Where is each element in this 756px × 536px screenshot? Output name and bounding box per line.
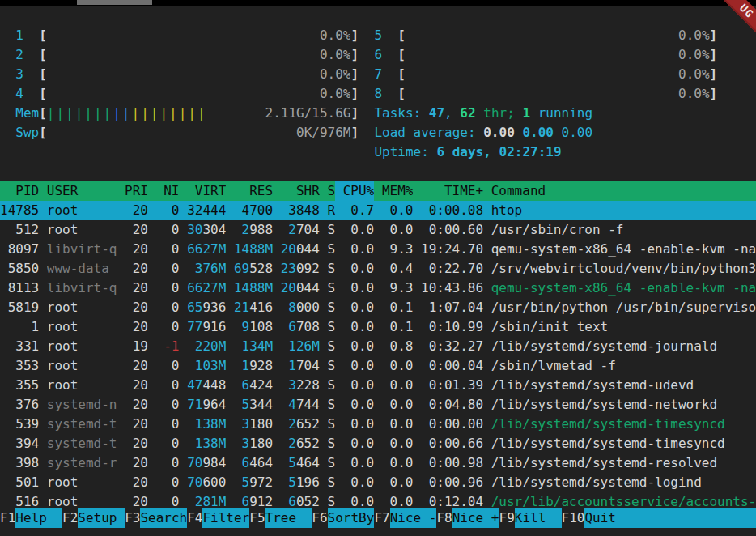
- process-row[interactable]: 353root200103M19281704S0.00.00:00.04/sbi…: [0, 356, 756, 376]
- cell-pid: 331: [0, 337, 39, 356]
- text-segment: Tasks:: [374, 105, 428, 121]
- meter-row: Swp[0K/976M]Load average: 0.00 0.00 0.00: [0, 123, 756, 143]
- text-segment: 398: [15, 455, 39, 470]
- cell-res: 1488M: [234, 240, 273, 259]
- fkey-f1[interactable]: F1Help: [0, 508, 62, 528]
- text-segment: 1:07.04: [429, 300, 483, 315]
- fkey-f9[interactable]: F9Kill: [499, 508, 562, 528]
- meter-close-bracket: ]: [710, 65, 718, 84]
- column-header-res[interactable]: RES: [234, 181, 273, 201]
- process-row[interactable]: 5850www-data200376M6952823092S0.00.40:22…: [0, 259, 756, 279]
- column-header-ni[interactable]: NI: [156, 181, 180, 201]
- text-segment: 0:00.98: [429, 455, 483, 470]
- text-segment: 0.0: [390, 358, 414, 373]
- fkey-f7[interactable]: F7Nice -: [374, 508, 436, 528]
- cell-time: 1:07.04: [421, 298, 483, 317]
- text-segment: S: [327, 261, 335, 276]
- cell-pri: 20: [125, 415, 148, 434]
- cell-user: libvirt-q: [47, 240, 117, 259]
- process-row[interactable]: 5819root20065936214168000S0.00.11:07.04/…: [0, 298, 756, 317]
- cell-cpu: 0.0: [343, 240, 375, 259]
- process-row[interactable]: 501root2007060059725196S0.00.00:00.96/li…: [0, 473, 756, 492]
- column-header-command[interactable]: Command: [491, 181, 756, 201]
- process-row[interactable]: 394systemd-t200138M31802652S0.00.00:00.6…: [0, 434, 756, 453]
- column-header-virt[interactable]: VIRT: [187, 181, 226, 201]
- process-row[interactable]: 539systemd-t200138M31802652S0.00.00:00.0…: [0, 415, 756, 434]
- process-row[interactable]: 14785root2003244447003848R0.70.00:00.08h…: [0, 201, 756, 220]
- fkey-f2[interactable]: F2Setup: [62, 508, 125, 528]
- text-segment: 355: [15, 377, 39, 393]
- text-segment: 3: [242, 436, 250, 451]
- column-header-s[interactable]: S: [327, 181, 335, 201]
- text-segment: S: [327, 455, 335, 470]
- cell-virt: 77916: [187, 317, 226, 337]
- cell-s: S: [327, 317, 335, 337]
- column-header-pri[interactable]: PRI: [125, 181, 148, 201]
- fkey-f4[interactable]: F4Filter: [187, 508, 249, 528]
- meter-close-bracket: ]: [710, 26, 718, 45]
- text-segment: /usr/bin/python /usr/bin/superviso: [491, 300, 756, 315]
- cell-time: 10:43.86: [421, 279, 483, 298]
- process-row[interactable]: 8097libvirt-q2006627M1488M20044S0.09.319…: [0, 240, 756, 259]
- cpu-meter-8: 8[0.0%]: [374, 84, 717, 104]
- fkey-f3[interactable]: F3Search: [125, 508, 187, 528]
- text-segment: 14785: [0, 202, 39, 218]
- cell-mem: 0.0: [382, 434, 414, 453]
- meter-open-bracket: [: [39, 45, 47, 65]
- cell-user: root: [47, 220, 117, 240]
- cell-mem: 0.0: [382, 453, 414, 473]
- cell-virt: 47448: [187, 376, 226, 395]
- text-segment: www-data: [47, 261, 109, 276]
- process-row[interactable]: 398systemd-r2007098464645464S0.00.00:00.…: [0, 453, 756, 473]
- text-segment: 47: [187, 377, 202, 393]
- cell-user: root: [47, 201, 117, 220]
- text-segment: /sbin/lvmetad -f: [491, 358, 616, 373]
- cell-pid: 512: [0, 220, 39, 240]
- cell-ni: 0: [156, 259, 180, 279]
- text-segment: 20: [133, 455, 148, 470]
- fkey-action-label: Quit: [584, 508, 756, 528]
- scrollbar-thumb[interactable]: [77, 0, 152, 5]
- cell-res: 5344: [234, 395, 273, 415]
- meter-body: 0.0%: [47, 84, 351, 104]
- bar-segment-green: |||||||: [47, 105, 113, 121]
- cell-virt: 70984: [187, 453, 226, 473]
- cell-command: /lib/systemd/systemd-networkd: [491, 395, 756, 415]
- meter-body: 0.0%: [47, 26, 351, 45]
- cell-ni: 0: [156, 376, 180, 395]
- fkey-f5[interactable]: F5Tree: [249, 508, 312, 528]
- column-header-cpu[interactable]: CPU%: [335, 181, 374, 201]
- cell-pri: 20: [125, 298, 148, 317]
- cell-s: S: [327, 376, 335, 395]
- cell-time: 0:00.08: [421, 201, 483, 220]
- fkey-f8[interactable]: F8Nice +: [436, 508, 499, 528]
- process-row[interactable]: 331root19-1220M134M126MS0.00.80:32.27/li…: [0, 337, 756, 356]
- column-header-mem[interactable]: MEM%: [382, 181, 414, 201]
- column-header-user[interactable]: USER: [47, 181, 117, 201]
- meter-value: 2.11G/15.6G: [265, 104, 351, 123]
- fkey-f10[interactable]: F10Quit: [562, 508, 756, 528]
- text-segment: ,: [444, 105, 460, 121]
- meter-open-bracket: [: [39, 84, 47, 104]
- cell-virt: 6627M: [187, 279, 226, 298]
- meter-open-bracket: [: [397, 65, 406, 84]
- process-row[interactable]: 1root2007791691086708S0.00.10:10.99/sbin…: [0, 317, 756, 337]
- column-header-time[interactable]: TIME+: [421, 181, 483, 201]
- text-segment: S: [327, 222, 335, 237]
- process-row[interactable]: 355root2004744864243228S0.00.00:01.39/li…: [0, 376, 756, 395]
- text-segment: 704: [296, 222, 320, 237]
- tasks-summary: Tasks: 47, 62 thr; 1 running: [374, 104, 592, 123]
- cell-user: www-data: [47, 259, 117, 279]
- column-header-pid[interactable]: PID: [0, 181, 39, 201]
- text-segment: 5: [288, 455, 296, 470]
- text-segment: 0.0: [350, 397, 374, 412]
- process-row[interactable]: 376systemd-n2007196453444744S0.00.00:04.…: [0, 395, 756, 415]
- cell-time: 0:00.04: [421, 356, 483, 376]
- process-row[interactable]: 8113libvirt-q2006627M1488M20044S0.09.310…: [0, 279, 756, 298]
- uptime: Uptime: 6 days, 02:27:19: [374, 143, 561, 162]
- fkey-f6[interactable]: F6SortBy: [312, 508, 374, 528]
- column-header-shr[interactable]: SHR: [281, 181, 320, 201]
- text-segment: 092: [296, 261, 320, 276]
- text-segment: 0.4: [390, 261, 414, 276]
- process-row[interactable]: 512root2003030429882704S0.00.00:00.60/us…: [0, 220, 756, 240]
